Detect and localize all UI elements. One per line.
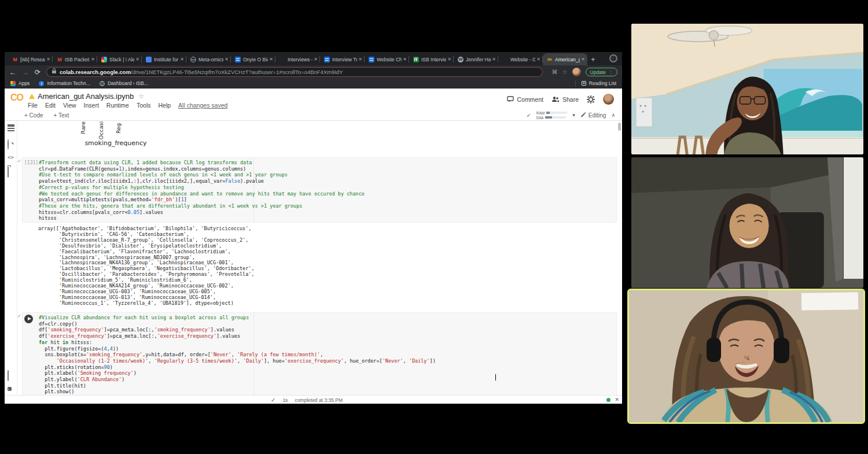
browser-tab-9[interactable]: Website Che✕ bbox=[365, 53, 409, 65]
tab-close-icon[interactable]: ✕ bbox=[581, 57, 585, 62]
menu-help[interactable]: Help bbox=[158, 102, 171, 109]
tab-close-icon[interactable]: ✕ bbox=[91, 57, 95, 62]
add-text-button[interactable]: + Text bbox=[54, 112, 69, 119]
code-line: plt.xticks(rotation=90) bbox=[39, 364, 614, 371]
status-duration: 1s bbox=[282, 397, 288, 403]
code-line: #Correct p-values for multiple hypothesi… bbox=[39, 184, 614, 191]
browser-avatar[interactable] bbox=[572, 68, 581, 76]
star-notebook-icon[interactable]: ☆ bbox=[138, 93, 144, 100]
address-bar[interactable]: colab.research.google.com/drive/1NETKgzL… bbox=[46, 67, 543, 77]
cell1-code-editor[interactable]: #Transform count data using CLR, 1 added… bbox=[39, 160, 614, 222]
variable-inspector-icon[interactable] bbox=[8, 371, 14, 378]
participant-1-video[interactable] bbox=[631, 24, 863, 154]
browser-tab-6[interactable]: Onyie O Bio✕ bbox=[231, 53, 275, 65]
tab-close-icon[interactable]: ✕ bbox=[269, 57, 273, 62]
tab-close-icon[interactable]: ✕ bbox=[536, 57, 540, 62]
notebook-scrollbar[interactable] bbox=[618, 123, 621, 131]
comment-button[interactable]: Comment bbox=[507, 96, 543, 103]
tab-close-icon[interactable]: ✕ bbox=[314, 57, 318, 62]
browser-tab-1[interactable]: M[isb] Resear✕ bbox=[8, 53, 53, 65]
browser-tab-10[interactable]: ISB Interview✕ bbox=[409, 53, 454, 65]
kernel-status-dot bbox=[606, 398, 610, 402]
comment-icon bbox=[507, 96, 514, 102]
code-snippets-icon[interactable]: <> bbox=[8, 154, 14, 161]
menu-view[interactable]: View bbox=[63, 102, 76, 109]
autosave-status-link[interactable]: All changes saved bbox=[178, 102, 227, 109]
colab-favicon: ∞ bbox=[547, 57, 553, 62]
bookmark-2[interactable]: iInformation Techn... bbox=[39, 80, 90, 86]
browser-tab-4[interactable]: Institute for S✕ bbox=[142, 53, 186, 65]
menu-tools[interactable]: Tools bbox=[137, 102, 151, 109]
participant-2-video[interactable] bbox=[631, 157, 863, 288]
browser-tab-12[interactable]: Website - Go✕ bbox=[498, 53, 543, 65]
notebook-title[interactable]: American_gut Analysis.ipynb bbox=[38, 92, 134, 101]
people-icon bbox=[551, 96, 560, 102]
tab-close-icon[interactable]: ✕ bbox=[403, 57, 407, 62]
status-message: completed at 3:35 PM bbox=[295, 397, 343, 403]
colab-logo[interactable]: CO bbox=[10, 93, 23, 103]
browser-tab-8[interactable]: Interview Tra✕ bbox=[320, 53, 365, 65]
browser-tab-7[interactable]: Interviews -✕ bbox=[275, 53, 320, 65]
bookmark-1[interactable]: Apps bbox=[10, 80, 30, 86]
tab-title: [isb] Resear bbox=[20, 57, 45, 62]
table-of-contents-icon[interactable] bbox=[8, 124, 14, 126]
menu-runtime[interactable]: Runtime bbox=[106, 102, 129, 109]
browser-tab-11[interactable]: WJennifer Had✕ bbox=[454, 53, 498, 65]
apps-grid-icon bbox=[10, 81, 16, 86]
resources-dropdown-arrow[interactable]: ▾ bbox=[572, 112, 575, 118]
cell2-code-editor[interactable]: #Visualize CLR abundance for each hit us… bbox=[39, 315, 614, 395]
collapse-header-button[interactable]: ∧ bbox=[611, 112, 615, 118]
reload-button[interactable]: ⟳ bbox=[35, 68, 41, 76]
bookmark-star-icon[interactable]: ☆ bbox=[562, 69, 568, 75]
bookmark-label: Dashboard ‹ ISB... bbox=[108, 80, 148, 86]
tab-close-icon[interactable]: ✕ bbox=[46, 57, 50, 62]
tab-title: ISB Packet - bbox=[65, 57, 90, 62]
cell2-executed-check-icon: ✓ bbox=[17, 313, 21, 319]
resource-meters[interactable]: RAM Disk bbox=[536, 111, 567, 120]
colab-left-sidebar: <> ›_ bbox=[5, 121, 17, 395]
menu-insert[interactable]: Insert bbox=[84, 102, 99, 109]
bookmarks-bar: AppsiInformation Techn...WDashboard ‹ IS… bbox=[5, 79, 622, 88]
browser-profile-icon[interactable] bbox=[609, 54, 617, 62]
terminal-icon[interactable]: ›_ bbox=[8, 382, 14, 389]
drive-favicon bbox=[502, 57, 508, 62]
add-code-button[interactable]: + Code bbox=[24, 112, 43, 119]
back-button[interactable]: ← bbox=[9, 68, 16, 76]
run-cell-button[interactable] bbox=[24, 315, 33, 323]
tab-close-icon[interactable]: ✕ bbox=[225, 57, 229, 62]
menu-edit[interactable]: Edit bbox=[45, 102, 56, 109]
code-line: 'Occasionally (1-2 times/week)', 'Regula… bbox=[39, 358, 614, 364]
participant-3-video active-speaker[interactable] bbox=[627, 289, 865, 424]
tab-close-icon[interactable]: ✕ bbox=[447, 57, 451, 62]
new-tab-button[interactable]: + bbox=[591, 55, 595, 64]
url-domain: colab.research.google.com bbox=[60, 69, 131, 75]
code-cell-1[interactable]: [131] #Transform count data using CLR, 1… bbox=[22, 157, 617, 223]
status-bar-close-button[interactable]: ✕ bbox=[615, 397, 619, 403]
reading-list-icon bbox=[582, 81, 586, 86]
bookmark-3[interactable]: WDashboard ‹ ISB... bbox=[100, 80, 148, 86]
settings-gear-icon[interactable] bbox=[587, 95, 595, 104]
gmail-favicon: M bbox=[57, 57, 62, 62]
menu-file[interactable]: File bbox=[28, 102, 38, 109]
tab-close-icon[interactable]: ✕ bbox=[135, 57, 139, 62]
nose-ring bbox=[747, 358, 749, 360]
search-icon[interactable] bbox=[8, 139, 14, 146]
tab-close-icon[interactable]: ✕ bbox=[180, 57, 184, 62]
reading-list-button[interactable]: Reading List bbox=[575, 80, 616, 87]
tab-close-icon[interactable]: ✕ bbox=[358, 57, 362, 62]
forward-button[interactable]: → bbox=[22, 68, 29, 76]
account-avatar[interactable] bbox=[603, 94, 614, 105]
share-button[interactable]: Share bbox=[551, 96, 579, 103]
browser-tab-5[interactable]: Meta-omics✕ bbox=[186, 53, 231, 65]
code-cell-2[interactable]: #Visualize CLR abundance for each hit us… bbox=[22, 312, 617, 395]
wordpress-icon: W bbox=[100, 81, 105, 86]
browser-tab-2[interactable]: MISB Packet -✕ bbox=[53, 53, 97, 65]
files-folder-icon[interactable] bbox=[8, 167, 14, 174]
chrome-update-button[interactable]: Update⋮ bbox=[586, 68, 617, 76]
browser-tab-3[interactable]: Slack | ! Alex✕ bbox=[97, 53, 142, 65]
code-line: plt.ylabel('CLR Abundance') bbox=[39, 377, 614, 383]
keyboard-shortcut-icon[interactable]: ⌘ bbox=[552, 69, 558, 75]
editing-mode-button[interactable]: Editing bbox=[580, 112, 606, 119]
browser-tab-13[interactable]: ∞American_gu✕ bbox=[543, 53, 587, 65]
tab-close-icon[interactable]: ✕ bbox=[492, 57, 496, 62]
